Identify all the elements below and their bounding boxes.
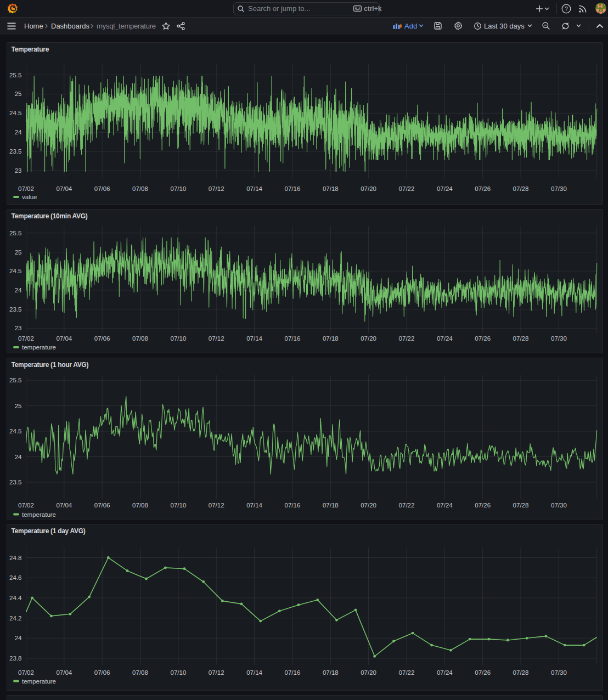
svg-text:07/04: 07/04	[56, 185, 72, 192]
svg-text:07/02: 07/02	[18, 669, 34, 676]
svg-text:23: 23	[15, 167, 22, 174]
svg-text:07/22: 07/22	[399, 669, 415, 676]
svg-text:07/24: 07/24	[437, 185, 453, 192]
svg-text:24.5: 24.5	[9, 110, 21, 116]
svg-text:07/26: 07/26	[475, 669, 491, 676]
svg-text:07/20: 07/20	[361, 185, 376, 192]
svg-text:23.8: 23.8	[9, 655, 21, 662]
svg-text:25.5: 25.5	[9, 377, 21, 383]
svg-text:24: 24	[15, 454, 22, 460]
svg-text:07/12: 07/12	[209, 185, 224, 192]
svg-text:07/10: 07/10	[171, 502, 187, 509]
svg-text:07/30: 07/30	[551, 185, 567, 192]
svg-text:07/06: 07/06	[94, 502, 110, 509]
svg-text:24.4: 24.4	[9, 595, 22, 601]
svg-text:07/26: 07/26	[475, 335, 491, 342]
svg-text:07/18: 07/18	[323, 185, 339, 192]
svg-text:07/14: 07/14	[246, 502, 262, 509]
svg-text:Temperature (10min AVG): Temperature (10min AVG)	[12, 212, 88, 220]
svg-text:value: value	[22, 194, 37, 200]
svg-text:07/16: 07/16	[285, 335, 301, 342]
svg-text:07/04: 07/04	[56, 335, 72, 342]
svg-text:Temperature (1 hour AVG): Temperature (1 hour AVG)	[12, 361, 89, 369]
svg-text:Temperature: Temperature	[12, 46, 49, 53]
svg-text:?: ?	[565, 5, 568, 12]
svg-text:25: 25	[15, 91, 22, 97]
svg-text:07/20: 07/20	[361, 335, 376, 342]
svg-text:07/18: 07/18	[323, 502, 339, 509]
svg-text:24.2: 24.2	[9, 615, 21, 622]
svg-text:07/14: 07/14	[246, 335, 262, 342]
svg-text:24.6: 24.6	[9, 574, 21, 581]
svg-text:Temperature (1 day AVG): Temperature (1 day AVG)	[12, 527, 86, 535]
svg-text:07/08: 07/08	[132, 669, 148, 676]
svg-text:07/20: 07/20	[361, 669, 376, 676]
svg-text:07/12: 07/12	[209, 335, 224, 342]
svg-text:07/08: 07/08	[132, 335, 148, 342]
svg-text:07/02: 07/02	[18, 335, 34, 342]
svg-text:07/26: 07/26	[475, 502, 491, 509]
svg-text:24.5: 24.5	[9, 428, 21, 434]
svg-text:07/24: 07/24	[437, 335, 453, 342]
svg-text:07/30: 07/30	[551, 669, 567, 676]
svg-text:07/06: 07/06	[94, 185, 110, 192]
svg-text:07/12: 07/12	[209, 669, 224, 676]
svg-text:07/20: 07/20	[361, 502, 376, 509]
svg-text:07/14: 07/14	[246, 185, 262, 192]
svg-text:07/28: 07/28	[513, 502, 529, 509]
svg-text:07/18: 07/18	[323, 669, 339, 676]
svg-text:25: 25	[15, 249, 22, 256]
svg-text:07/08: 07/08	[132, 185, 148, 192]
svg-text:07/22: 07/22	[399, 502, 415, 509]
svg-text:07/24: 07/24	[437, 669, 453, 676]
svg-text:07/24: 07/24	[437, 502, 453, 509]
svg-text:07/30: 07/30	[551, 502, 567, 509]
svg-text:23.5: 23.5	[9, 306, 21, 313]
svg-text:24: 24	[15, 129, 22, 136]
svg-text:07/16: 07/16	[285, 185, 301, 192]
svg-text:07/12: 07/12	[209, 502, 224, 509]
svg-text:07/16: 07/16	[285, 502, 301, 509]
svg-text:23: 23	[15, 325, 22, 331]
svg-text:25.5: 25.5	[9, 72, 21, 78]
svg-text:25: 25	[15, 403, 22, 409]
svg-text:temperature: temperature	[22, 344, 56, 351]
svg-text:07/02: 07/02	[18, 502, 34, 509]
svg-text:07/30: 07/30	[551, 335, 567, 342]
svg-text:07/10: 07/10	[171, 335, 187, 342]
svg-text:07/10: 07/10	[171, 669, 187, 676]
svg-text:temperature: temperature	[22, 678, 56, 685]
svg-text:07/22: 07/22	[399, 185, 415, 192]
svg-text:07/14: 07/14	[246, 669, 262, 676]
svg-text:07/22: 07/22	[399, 335, 415, 342]
svg-text:temperature: temperature	[22, 511, 56, 518]
svg-text:07/08: 07/08	[132, 502, 148, 509]
svg-text:24: 24	[15, 635, 22, 641]
svg-text:07/18: 07/18	[323, 335, 339, 342]
svg-text:07/10: 07/10	[171, 185, 187, 192]
svg-text:07/02: 07/02	[18, 185, 34, 192]
svg-text:24.5: 24.5	[9, 268, 21, 274]
svg-text:07/16: 07/16	[285, 669, 301, 676]
svg-text:23.5: 23.5	[9, 148, 21, 155]
svg-text:07/28: 07/28	[513, 185, 529, 192]
svg-text:07/06: 07/06	[94, 669, 110, 676]
svg-text:07/26: 07/26	[475, 185, 491, 192]
svg-text:07/04: 07/04	[56, 502, 72, 509]
svg-text:23.5: 23.5	[9, 479, 21, 486]
svg-text:07/28: 07/28	[513, 669, 529, 676]
svg-text:07/04: 07/04	[56, 669, 72, 676]
svg-text:24: 24	[15, 287, 22, 293]
svg-text:07/06: 07/06	[94, 335, 110, 342]
svg-text:24.8: 24.8	[9, 555, 21, 561]
svg-text:25.5: 25.5	[9, 230, 21, 236]
svg-text:07/28: 07/28	[513, 335, 529, 342]
